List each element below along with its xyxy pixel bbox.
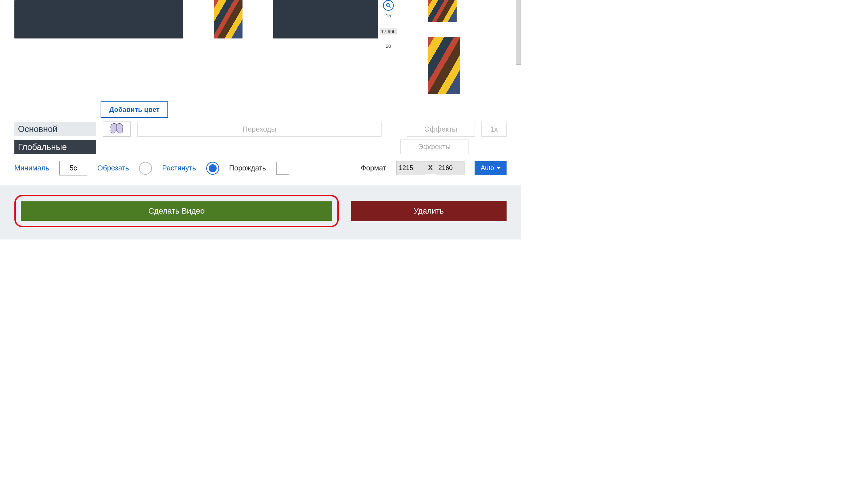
effects-select-main[interactable]: Эффекты: [407, 122, 475, 137]
preview-panel-right: [273, 0, 378, 38]
butterfly-preset[interactable]: [103, 122, 131, 137]
zoom-value-15: 15: [386, 13, 391, 18]
bottom-bar: Сделать Видео Удалить: [0, 185, 521, 239]
zoom-value-20: 20: [386, 44, 391, 49]
format-label: Формат: [361, 164, 386, 172]
stretch-label: Растянуть: [162, 164, 196, 172]
auto-dropdown[interactable]: Auto: [475, 161, 507, 175]
width-input[interactable]: [396, 161, 425, 175]
preview-thumbnail-3[interactable]: [428, 37, 460, 94]
speed-select[interactable]: 1x: [481, 122, 507, 137]
chevron-down-icon: [497, 167, 500, 169]
effects-select-global[interactable]: Эффекты: [400, 140, 468, 154]
zoom-column: 15 17.966 20: [379, 0, 397, 56]
stretch-radio[interactable]: [206, 162, 219, 175]
transitions-select[interactable]: Переходы: [137, 122, 382, 137]
preview-panel-left: [14, 0, 183, 38]
zoom-in-icon[interactable]: [383, 0, 394, 11]
dimension-x-label: X: [425, 161, 436, 174]
preview-thumbnail-2[interactable]: [428, 0, 457, 22]
spawn-checkbox[interactable]: [276, 162, 289, 175]
add-color-button[interactable]: Добавить цвет: [101, 101, 168, 118]
minimal-label: Минималь: [14, 164, 49, 172]
duration-input[interactable]: [59, 161, 87, 175]
auto-label: Auto: [481, 164, 494, 172]
svg-line-1: [389, 6, 391, 8]
tab-main[interactable]: Основной: [14, 122, 96, 136]
spawn-label: Порождать: [229, 164, 266, 172]
butterfly-icon: [109, 123, 125, 136]
make-video-highlight: Сделать Видео: [14, 195, 339, 227]
preview-row: 15 17.966 20: [0, 0, 521, 94]
height-input[interactable]: [436, 161, 465, 175]
options-row: Минималь Обрезать Растянуть Порождать Фо…: [0, 154, 521, 182]
tab-global[interactable]: Глобальные: [14, 140, 96, 154]
effects-row-main: Основной Переходы Эффекты 1x: [0, 122, 521, 137]
crop-radio[interactable]: [139, 162, 152, 175]
zoom-value-boxed: 17.966: [380, 28, 397, 35]
delete-button[interactable]: Удалить: [351, 201, 507, 221]
effects-row-global: Глобальные Эффекты: [0, 140, 521, 154]
preview-thumbnail-1[interactable]: [214, 0, 243, 38]
make-video-button[interactable]: Сделать Видео: [21, 201, 332, 221]
vertical-scrollbar[interactable]: [516, 0, 521, 65]
crop-label: Обрезать: [97, 164, 129, 172]
